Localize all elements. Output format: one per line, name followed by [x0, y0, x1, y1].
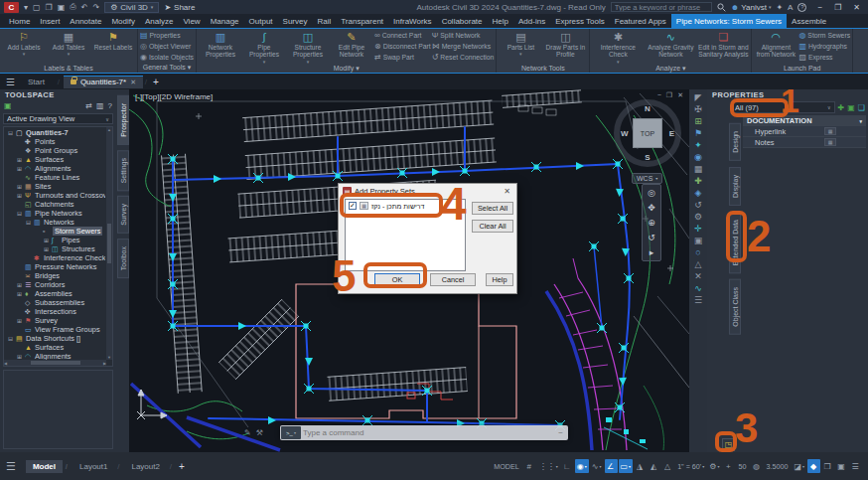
- ribbon-tab[interactable]: Collaborate: [437, 14, 488, 28]
- tree-expand-toggle[interactable]: ⊞: [16, 281, 23, 288]
- ribbon-button[interactable]: ❏Edit in Storm and Sanitary Analysis: [697, 30, 749, 65]
- tree-item[interactable]: ⊞♦Assemblies: [5, 289, 105, 298]
- toolspace-side-tab[interactable]: Settings: [117, 150, 129, 191]
- ribbon-tab[interactable]: Analyze: [140, 14, 178, 28]
- cmd-customize-icon[interactable]: ✎: [244, 428, 251, 437]
- ribbon-tab[interactable]: Output: [244, 14, 278, 28]
- rail-icon-undo[interactable]: ↺: [694, 200, 702, 210]
- level-of-detail-value[interactable]: 3.5000: [764, 459, 791, 473]
- ribbon-button[interactable]: ∿Analyze Gravity Network: [645, 30, 696, 65]
- ribbon-tab[interactable]: Transparent: [336, 14, 388, 28]
- toolspace-side-tab[interactable]: Prospector: [117, 95, 129, 145]
- edit-property-set-data-button[interactable]: ◳: [722, 438, 735, 451]
- data-shortcuts-icon[interactable]: ⇄: [85, 101, 92, 110]
- properties-side-tab[interactable]: Display: [729, 167, 741, 206]
- tree-expand-toggle[interactable]: ⊞: [16, 192, 23, 199]
- layout-tab[interactable]: Layout1: [72, 460, 114, 473]
- help-icon[interactable]: ?: [108, 101, 112, 110]
- new-layout-button[interactable]: +: [179, 461, 185, 472]
- command-line-minimize-icon[interactable]: −: [558, 428, 563, 437]
- rail-icon-diamond[interactable]: ◈: [695, 188, 702, 198]
- file-tab[interactable]: Start: [21, 76, 56, 88]
- ribbon-button[interactable]: ▥Network Properties: [199, 30, 242, 65]
- command-input[interactable]: [303, 428, 558, 437]
- tree-item[interactable]: ⊞∫Pipes: [5, 236, 105, 244]
- tree-item[interactable]: ∿Feature Lines: [5, 173, 105, 182]
- file-tab[interactable]: Quantities-7*✕: [64, 76, 143, 88]
- ribbon-button[interactable]: ▥Hydrographs: [798, 41, 850, 52]
- tree-item[interactable]: ◱Catchments: [5, 200, 105, 209]
- ribbon-button[interactable]: ∞Connect Part: [374, 30, 431, 41]
- cmd-tools-icon[interactable]: ⚒: [256, 428, 263, 437]
- tree-item[interactable]: ⊞▦Sites: [5, 182, 105, 191]
- isometric-drafting-toggle[interactable]: ∿▾: [590, 459, 604, 473]
- save-icon[interactable]: ▣: [58, 3, 66, 12]
- tree-item[interactable]: ⊟▥Networks: [5, 218, 105, 227]
- vp-restore-icon[interactable]: ❐: [666, 91, 672, 99]
- snap-mode-toggle[interactable]: ⋮⋮▾: [537, 459, 560, 473]
- ribbon-panel-title[interactable]: Launch Pad: [754, 63, 850, 73]
- ribbon-tab[interactable]: Assemble: [787, 14, 831, 28]
- ribbon-panel-title[interactable]: General Tools ▾: [140, 63, 194, 73]
- ok-button[interactable]: OK: [374, 273, 420, 286]
- customization[interactable]: ▣: [835, 459, 848, 473]
- isolate-objects[interactable]: ◪▾: [792, 459, 806, 473]
- nav-motion-icon[interactable]: ▸: [650, 247, 654, 257]
- plot-icon[interactable]: ⎙: [70, 2, 75, 12]
- tree-item[interactable]: ⊟▤Data Shortcuts []: [5, 334, 105, 343]
- autodesk-apps-icon[interactable]: A: [788, 3, 793, 12]
- ribbon-panel-title[interactable]: Modify ▾: [199, 65, 494, 74]
- rail-icon-target[interactable]: ◉: [694, 152, 702, 162]
- ribbon-tab[interactable]: Featured Apps: [610, 14, 671, 28]
- wcs-menu[interactable]: WCS ▾: [632, 173, 662, 184]
- tree-horizontal-scrollbar[interactable]: ◀▶: [4, 360, 106, 366]
- pick-objects-icon[interactable]: ✚: [838, 103, 845, 112]
- ribbon-button[interactable]: ✎Edit Pipe Network: [330, 30, 373, 65]
- property-row[interactable]: Hyperlink▦: [743, 126, 866, 137]
- undo-icon[interactable]: ↶: [81, 3, 88, 12]
- ribbon-button[interactable]: ✱Interference Check▾: [592, 30, 644, 65]
- annotation-autoscale-toggle[interactable]: ◭: [648, 459, 660, 473]
- rail-icon-points[interactable]: ✠: [694, 104, 702, 114]
- signed-in-user[interactable]: ☻ Yanivst ▾: [731, 3, 772, 12]
- tree-item[interactable]: ▭View Frame Groups: [5, 325, 105, 334]
- tree-item[interactable]: ▫Storm Sewers: [5, 227, 105, 236]
- layout-tab[interactable]: Model: [26, 460, 63, 473]
- ribbon-tab[interactable]: View: [178, 14, 205, 28]
- ribbon-button[interactable]: ▦Add Tables▾: [47, 30, 90, 57]
- property-value-field[interactable]: ▦: [824, 138, 836, 146]
- annotation-scale-sync-icon[interactable]: △: [661, 459, 674, 473]
- tree-item[interactable]: ✱Interference Checks: [5, 253, 105, 262]
- selection-filter-dropdown[interactable]: All (97) ∨: [731, 101, 835, 113]
- rail-icon-spark[interactable]: ✦: [694, 140, 702, 150]
- osnap-tracking-toggle[interactable]: ∠: [605, 459, 618, 473]
- ribbon-button[interactable]: ΨSplit Network: [432, 30, 495, 41]
- tree-expand-toggle[interactable]: ⊞: [16, 156, 23, 163]
- ribbon-tab[interactable]: Survey: [278, 14, 313, 28]
- ribbon-tab[interactable]: Express Tools: [550, 14, 610, 28]
- clean-screen[interactable]: ❒: [821, 459, 834, 473]
- nav-orbit-icon[interactable]: ↺: [648, 233, 655, 242]
- quick-select-icon[interactable]: ▣: [847, 103, 855, 112]
- annotation-monitor[interactable]: +: [722, 459, 735, 473]
- ribbon-button[interactable]: ▤Properties: [140, 30, 194, 41]
- search-icon[interactable]: [717, 3, 726, 12]
- rail-icon-surface[interactable]: ⊞: [694, 116, 702, 126]
- dialog-title-bar[interactable]: ▤ Add Property Sets ✕: [339, 184, 516, 198]
- tree-item[interactable]: ✚Points: [5, 137, 105, 146]
- status-overflow-menu[interactable]: ☰: [849, 459, 862, 473]
- tree-item[interactable]: ❖Point Groups: [5, 146, 105, 155]
- rail-icon-plus[interactable]: ✚: [694, 176, 702, 186]
- properties-side-tab[interactable]: Extended Data: [729, 212, 741, 273]
- polar-tracking-toggle[interactable]: ◉▾: [575, 459, 589, 473]
- rail-icon-flag[interactable]: ⚑: [694, 128, 702, 138]
- grid-display-toggle[interactable]: #: [523, 459, 536, 473]
- rail-icon-box[interactable]: ▣: [694, 236, 703, 245]
- app-menu-arrow-icon[interactable]: ▾: [24, 3, 28, 12]
- ribbon-button[interactable]: ▤Parts List▾: [499, 30, 542, 57]
- layout-tab[interactable]: Layout2: [124, 460, 166, 473]
- toolspace-side-tab[interactable]: Toolbox: [117, 239, 129, 278]
- tree-expand-toggle[interactable]: ⊟: [16, 210, 23, 217]
- command-prompt-icon[interactable]: >_▾: [281, 426, 301, 439]
- clear-all-button[interactable]: Clear All: [472, 220, 513, 233]
